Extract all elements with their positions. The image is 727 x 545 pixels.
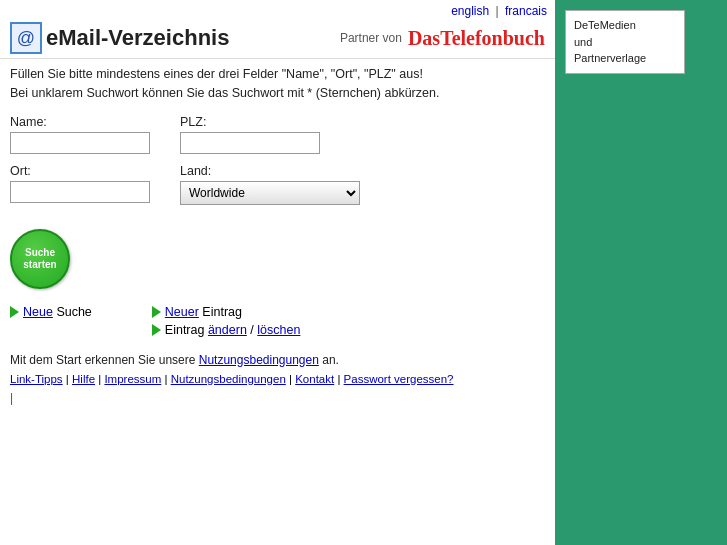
lang-separator: |: [496, 4, 502, 18]
main-panel: english | francais @ eMail-Verzeichnis P…: [0, 0, 555, 545]
brand-line1: DeTeMedien: [574, 19, 636, 31]
english-link[interactable]: english: [451, 4, 489, 18]
eintrag-aendern-text: Eintrag ändern / löschen: [165, 323, 301, 337]
form-area: Name: PLZ: Ort: Land: Worldwide Deutschl…: [0, 111, 555, 223]
description-line1: Füllen Sie bitte mindestens eines der dr…: [10, 67, 423, 81]
footer-divider-line: |: [0, 389, 555, 407]
description-line2: Bei unklarem Suchwort können Sie das Suc…: [10, 86, 439, 100]
logo-icon: @: [10, 22, 42, 54]
app-title: eMail-Verzeichnis: [46, 25, 340, 51]
suche-text: Suche: [56, 305, 91, 319]
links-left: Neue Suche: [10, 305, 92, 337]
loeschen-link[interactable]: löschen: [257, 323, 300, 337]
partner-label: Partner von: [340, 31, 402, 45]
form-row-ort-land: Ort: Land: Worldwide Deutschland Österre…: [10, 164, 545, 205]
terms-before: Mit dem Start erkennen Sie unsere: [10, 353, 199, 367]
plz-label: PLZ:: [180, 115, 320, 129]
eintrag-aendern-item: Eintrag ändern / löschen: [152, 323, 301, 337]
triangle-icon-neue: [10, 306, 19, 318]
logo-symbol: @: [17, 28, 35, 49]
search-button-container: Suchestarten: [0, 223, 555, 299]
neue-link[interactable]: Neue: [23, 305, 53, 319]
terms-after: an.: [319, 353, 339, 367]
brand-line3: Partnerverlage: [574, 52, 646, 64]
nutzungsbedingungen-link-terms[interactable]: Nutzungsbedingungen: [199, 353, 319, 367]
footer-links: Link-Tipps | Hilfe | Impressum | Nutzung…: [0, 371, 555, 389]
aendern-link[interactable]: ändern: [208, 323, 247, 337]
ort-input[interactable]: [10, 181, 150, 203]
neuer-eintrag-text: Neuer Eintrag: [165, 305, 242, 319]
eintrag-text: Eintrag: [202, 305, 242, 319]
language-bar: english | francais: [0, 0, 555, 20]
kontakt-link[interactable]: Kontakt: [295, 373, 334, 385]
right-panel: DeTeMedien und Partnerverlage: [555, 0, 727, 545]
land-label: Land:: [180, 164, 360, 178]
neue-suche-item: Neue Suche: [10, 305, 92, 319]
land-select[interactable]: Worldwide Deutschland Österreich Schweiz: [180, 181, 360, 205]
search-button-text: Suchestarten: [23, 247, 56, 271]
nutzungsbedingungen-footer-link[interactable]: Nutzungsbedingungen: [171, 373, 286, 385]
triangle-icon-neuer: [152, 306, 161, 318]
triangle-icon-eintrag: [152, 324, 161, 336]
ort-group: Ort:: [10, 164, 150, 205]
header-row: @ eMail-Verzeichnis Partner von DasTelef…: [0, 20, 555, 58]
brand-box: DeTeMedien und Partnerverlage: [565, 10, 685, 74]
plz-input[interactable]: [180, 132, 320, 154]
passwort-link[interactable]: Passwort vergessen?: [344, 373, 454, 385]
francais-link[interactable]: francais: [505, 4, 547, 18]
links-row: Neue Suche Neuer Eintrag Eintrag ändern …: [0, 299, 555, 343]
terms-row: Mit dem Start erkennen Sie unsere Nutzun…: [0, 343, 555, 371]
description-text: Füllen Sie bitte mindestens eines der dr…: [0, 58, 555, 111]
ort-label: Ort:: [10, 164, 150, 178]
plz-group: PLZ:: [180, 115, 320, 154]
land-group: Land: Worldwide Deutschland Österreich S…: [180, 164, 360, 205]
neuer-link[interactable]: Neuer: [165, 305, 199, 319]
name-label: Name:: [10, 115, 150, 129]
hilfe-link[interactable]: Hilfe: [72, 373, 95, 385]
brand-line2: und: [574, 36, 592, 48]
neuer-eintrag-item: Neuer Eintrag: [152, 305, 301, 319]
name-group: Name:: [10, 115, 150, 154]
links-right: Neuer Eintrag Eintrag ändern / löschen: [152, 305, 301, 337]
neue-suche-text: Neue Suche: [23, 305, 92, 319]
form-row-name-plz: Name: PLZ:: [10, 115, 545, 154]
search-button[interactable]: Suchestarten: [10, 229, 70, 289]
link-tipps-link[interactable]: Link-Tipps: [10, 373, 63, 385]
impressum-link[interactable]: Impressum: [104, 373, 161, 385]
name-input[interactable]: [10, 132, 150, 154]
partner-logo: DasTelefonbuch: [408, 27, 545, 50]
